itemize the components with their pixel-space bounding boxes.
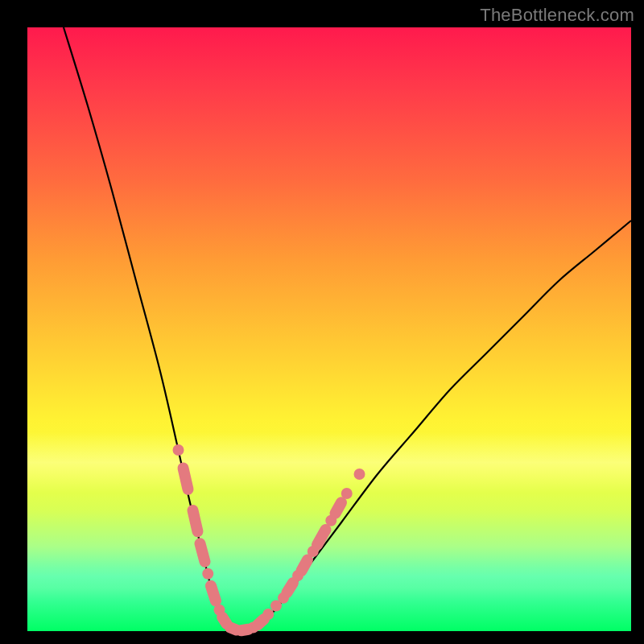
curve-marker-dot — [173, 444, 184, 456]
curve-marker-pill — [287, 583, 294, 592]
curve-marker-pill — [184, 469, 188, 489]
curve-marker-pill — [336, 502, 342, 514]
curve-marker-pill — [242, 630, 249, 631]
curve-marker-pill — [317, 530, 326, 545]
curve-marker-pill — [302, 560, 308, 572]
curve-marker-pill — [222, 617, 226, 624]
curve-marker-pill — [211, 586, 216, 601]
bottleneck-curve-svg — [27, 27, 631, 631]
curve-marker-dot — [354, 469, 365, 480]
curve-marker-dot — [262, 609, 274, 620]
curve-marker-pill — [258, 619, 264, 625]
chart-frame: TheBottleneck.com — [0, 0, 644, 644]
curve-marker-pill — [230, 628, 237, 630]
curve-marker-pill — [200, 543, 205, 562]
bottleneck-curve — [64, 27, 631, 631]
curve-marker-dot — [202, 568, 213, 580]
marker-layer — [173, 444, 365, 634]
curve-marker-pill — [193, 510, 198, 531]
curve-marker-dot — [341, 488, 353, 499]
watermark-text: TheBottleneck.com — [480, 5, 634, 26]
plot-area — [27, 27, 631, 631]
